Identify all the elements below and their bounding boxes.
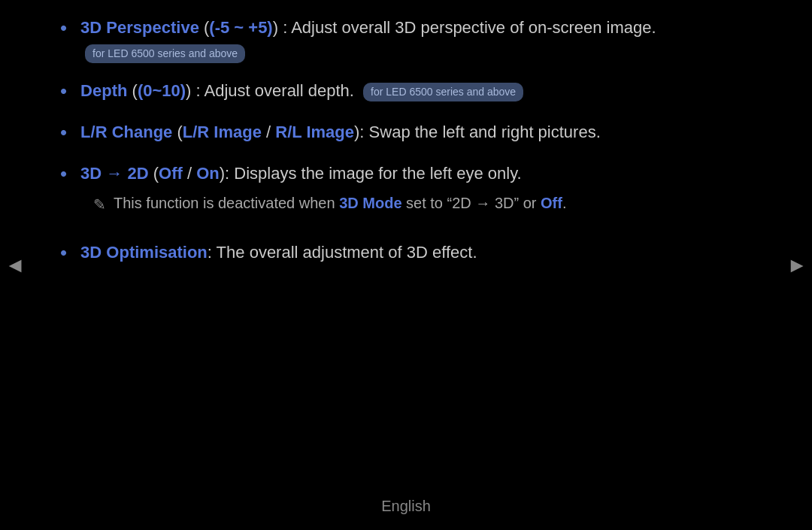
bullet-icon: • — [60, 238, 67, 268]
footer: English — [0, 498, 812, 515]
item-label-bold: 3D Perspective — [80, 18, 199, 37]
item-paren: ((-5 ~ +5)) — [204, 18, 278, 37]
main-content: • 3D Perspective ((-5 ~ +5)) : Adjust ov… — [0, 0, 812, 268]
language-label: English — [381, 498, 431, 514]
list-item: • L/R Change (L/R Image / R/L Image): Sw… — [60, 120, 752, 147]
list-item: • Depth ((0~10)) : Adjust overall depth.… — [60, 78, 752, 106]
bullet-icon: • — [60, 14, 67, 43]
bullet-icon: • — [60, 77, 67, 106]
item-text: : The overall adjustment of 3D effect. — [208, 243, 477, 262]
note-text-middle: set to “2D → 3D” or — [402, 195, 541, 211]
item-3d2d-content: 3D → 2D (Off / On): Displays the image f… — [80, 161, 522, 186]
item-badge: for LED 6500 series and above — [85, 44, 245, 63]
items-list: • 3D Perspective ((-5 ~ +5)) : Adjust ov… — [60, 15, 752, 268]
nav-right-button[interactable]: ► — [782, 243, 812, 288]
item-paren-open: ( — [177, 123, 182, 141]
item-paren-sep: / — [183, 164, 196, 183]
list-item: • 3D Optimisation: The overall adjustmen… — [60, 240, 752, 268]
item-text: : Adjust overall depth. — [196, 81, 354, 100]
item-paren-value: (0~10) — [138, 81, 186, 100]
item-label-bold: Depth — [80, 81, 127, 100]
item-text: ): Swap the left and right pictures. — [354, 123, 601, 141]
note-text: This function is deactivated when 3D Mod… — [114, 192, 566, 214]
item-perspective-content: 3D Perspective ((-5 ~ +5)) : Adjust over… — [80, 15, 752, 65]
item-paren-value: (-5 ~ +5) — [209, 18, 272, 37]
item-text: : Adjust overall 3D perspective of on-sc… — [283, 18, 656, 37]
note-text-before: This function is deactivated when — [114, 195, 339, 211]
item-optimisation-content: 3D Optimisation: The overall adjustment … — [80, 240, 752, 265]
item-badge: for LED 6500 series and above — [363, 83, 523, 101]
item-paren-lr: L/R Image — [183, 123, 262, 141]
left-arrow-icon: ◄ — [5, 253, 26, 277]
nav-left-button[interactable]: ◄ — [0, 243, 30, 288]
item-paren-off: Off — [159, 164, 183, 183]
item-paren-sep: / — [262, 123, 275, 141]
item-paren-on: On — [196, 164, 220, 183]
item-paren-open: ( — [153, 164, 159, 183]
note-bold-end: Off — [541, 195, 562, 211]
note-text-end: . — [562, 195, 567, 211]
item-text: ): Displays the image for the left eye o… — [220, 164, 522, 183]
item-paren-rl: R/L Image — [275, 123, 354, 141]
item-label-bold: 3D Optimisation — [80, 243, 208, 262]
note-bold: 3D Mode — [339, 195, 401, 211]
bullet-icon: • — [60, 118, 67, 147]
list-item: • 3D Perspective ((-5 ~ +5)) : Adjust ov… — [60, 15, 752, 65]
item-lr-content: L/R Change (L/R Image / R/L Image): Swap… — [80, 120, 752, 144]
item-depth-content: Depth ((0~10)) : Adjust overall depth. f… — [80, 78, 752, 103]
item-label-bold: 3D → 2D — [80, 164, 148, 183]
right-arrow-icon: ► — [786, 253, 807, 277]
bullet-icon: • — [60, 159, 67, 189]
note-block: ✎ This function is deactivated when 3D M… — [93, 192, 566, 216]
item-label-bold: L/R Change — [80, 123, 172, 141]
item-paren: ((0~10)) — [132, 81, 192, 100]
note-icon: ✎ — [93, 193, 106, 216]
list-item: • 3D → 2D (Off / On): Displays the image… — [60, 161, 752, 226]
